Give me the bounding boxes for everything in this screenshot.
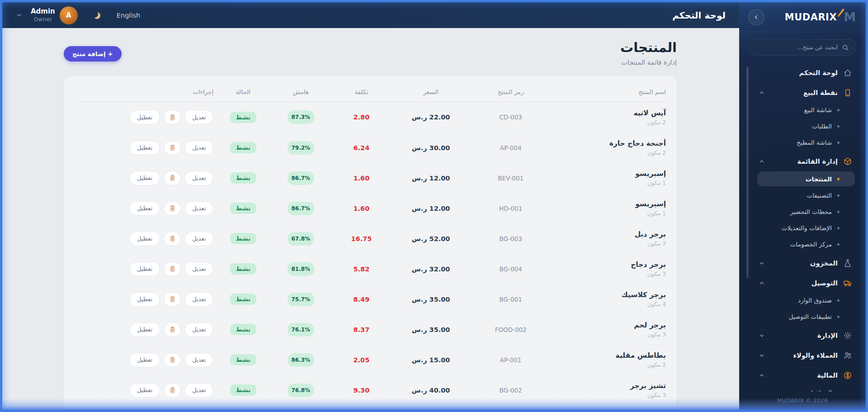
table-row: برجر لحم 3 مكون FOOD-002 35.00 ر.س 8.37 … [75,314,666,345]
topbar-title: لوحة التحكم [672,10,726,21]
sidebar-scrollbar[interactable] [746,66,749,278]
edit-button[interactable]: تعديل [184,171,213,185]
row-actions: تعديل تعطيل [77,322,213,337]
product-code: AP-001 [468,356,554,364]
sidebar-item-label: إدارة القائمة [769,158,838,165]
sidebar: M MUDARIX لوحة التحكمنقطة البيعشاشة البي… [739,2,866,410]
sidebar-item-label: الإدارة [769,332,838,339]
sidebar-subitem[interactable]: المنتجات [757,171,855,186]
margin-badge: 86.7% [288,202,315,215]
sidebar-subitem[interactable]: شاشة البيع [739,102,866,118]
disable-button[interactable]: تعطيل [129,171,160,185]
brand-m-icon: M [841,11,856,23]
edit-button[interactable]: تعديل [184,232,213,246]
main-content: المنتجات إدارة قائمة المنتجات + إضافة من… [2,28,739,410]
clipboard-icon[interactable] [164,110,181,124]
sidebar-item-inventory[interactable]: المخزون [739,254,866,272]
row-actions: تعديل تعطيل [77,383,213,398]
sidebar-subitem[interactable]: المحافظ [739,384,866,392]
disable-button[interactable]: تعطيل [129,201,160,216]
sidebar-subitem[interactable]: التصنيفات [739,187,866,204]
disable-button[interactable]: تعطيل [129,110,160,124]
language-switcher[interactable]: English [117,12,140,19]
status-badge: نشط [230,172,256,184]
sidebar-item-customers-loyalty[interactable]: العملاء والولاء [739,346,866,365]
user-menu[interactable]: Admin Owner [31,8,55,22]
user-cluster: Admin Owner A English [16,6,140,24]
sidebar-item-dashboard[interactable]: لوحة التحكم [739,64,866,82]
sidebar-collapse-button[interactable] [748,9,764,25]
clipboard-icon[interactable] [164,232,181,246]
row-actions: تعديل تعطيل [77,110,213,124]
product-code: CD-003 [468,114,554,121]
clipboard-icon[interactable] [164,322,181,337]
sidebar-subitem[interactable]: الطلبات [739,118,866,134]
product-price: 35.00 ر.س [394,326,468,333]
margin-badge: 86.7% [288,171,315,185]
products-table-body: آيس لاتيه 2 مكون CD-003 22.00 ر.س 2.80 8… [75,102,666,405]
sidebar-subitem[interactable]: شاشة المطبخ [739,134,866,151]
disable-button[interactable]: تعطيل [129,292,160,307]
chevron-down-icon[interactable] [16,12,23,19]
sidebar-subitem[interactable]: تطبيقات التوصيل [739,308,866,325]
sidebar-item-delivery[interactable]: التوصيل [739,274,866,292]
search-input[interactable] [756,44,838,51]
product-components: 2 مكون [553,361,666,368]
disable-button[interactable]: تعطيل [129,232,160,246]
margin-badge: 76.1% [288,323,315,336]
moon-icon [91,11,98,18]
disable-button[interactable]: تعطيل [129,383,160,398]
clipboard-icon[interactable] [164,292,181,307]
sidebar-item-administration[interactable]: الإدارة [739,327,866,345]
product-cost: 8.37 [329,326,394,333]
sidebar-item-menu-management[interactable]: إدارة القائمة [739,152,866,170]
edit-button[interactable]: تعديل [184,353,213,367]
product-name: إسبريسو [553,170,666,178]
avatar[interactable]: A [60,6,78,24]
user-name: Admin [31,8,55,15]
clipboard-icon[interactable] [164,171,181,185]
sidebar-subitem[interactable]: مركز الخصومات [739,236,866,252]
sidebar-item-label: المالية [769,372,838,379]
cube-icon [843,157,852,166]
bullet-icon [837,227,840,229]
status-badge: نشط [230,384,256,396]
product-components: 3 مكون [553,331,666,338]
sidebar-item-finance[interactable]: المالية [739,366,866,384]
edit-button[interactable]: تعديل [184,383,213,398]
edit-button[interactable]: تعديل [184,322,213,337]
bullet-icon [837,178,840,180]
product-name: برجر كلاسيك [553,291,666,299]
disable-button[interactable]: تعطيل [129,353,160,367]
edit-button[interactable]: تعديل [184,292,213,307]
edit-button[interactable]: تعديل [184,110,213,124]
edit-button[interactable]: تعديل [184,201,213,216]
product-name: آيس لاتيه [553,109,666,117]
clipboard-icon[interactable] [164,353,181,367]
sidebar-subitem-label: شاشة المطبخ [797,139,832,146]
add-product-button[interactable]: + إضافة منتج [64,46,122,62]
row-actions: تعديل تعطيل [77,232,213,246]
disable-button[interactable]: تعطيل [129,141,160,155]
app-window: M MUDARIX لوحة التحكمنقطة البيعشاشة البي… [0,0,868,412]
product-price: 12.00 ر.س [394,175,468,182]
sidebar-subitem[interactable]: صندوق الوارد [739,292,866,308]
sidebar-subitem[interactable]: محطات التحضير [739,204,866,220]
chevron-left-icon [753,14,760,20]
topbar: لوحة التحكم Admin Owner A English [2,2,739,28]
edit-button[interactable]: تعديل [184,141,213,155]
clipboard-icon[interactable] [164,141,181,155]
dark-mode-toggle[interactable] [90,10,100,20]
margin-badge: 67.8% [288,232,315,246]
sidebar-item-pos[interactable]: نقطة البيع [739,84,866,102]
clipboard-icon[interactable] [164,383,181,398]
sidebar-subitem[interactable]: الإضافات والتعديلات [739,220,866,236]
clipboard-icon[interactable] [164,201,181,216]
product-cost: 8.49 [329,296,394,303]
edit-button[interactable]: تعديل [184,262,213,276]
products-card: اسم المنتجرمز المنتجالسعرتكلفةهامشالحالة… [64,76,677,410]
disable-button[interactable]: تعطيل [129,322,160,337]
clipboard-icon[interactable] [164,262,181,276]
bullet-icon [837,316,840,318]
disable-button[interactable]: تعطيل [129,262,160,276]
